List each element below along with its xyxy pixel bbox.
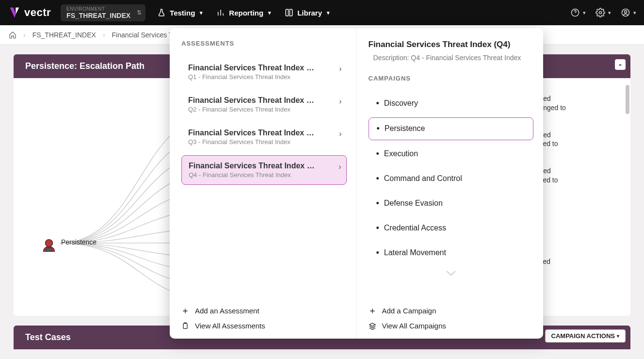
persistence-node-icon[interactable] [40, 236, 58, 256]
view-all-assessments-link[interactable]: View All Assessments [181, 322, 347, 330]
user-menu[interactable]: ▾ [621, 8, 636, 17]
nav-item-library[interactable]: Library ▾ [285, 8, 330, 17]
brand-text: vectr [24, 6, 51, 19]
assessment-detail-title: Financial Services Threat Index (Q4) [369, 40, 534, 49]
assessment-item-q1[interactable]: Financial Services Threat Index (Q… Q1 -… [181, 58, 347, 86]
assessments-column: ASSESSMENTS Financial Services Threat In… [170, 28, 357, 339]
nav-item-testing[interactable]: Testing ▾ [157, 8, 203, 17]
assessment-item-q3[interactable]: Financial Services Threat Index (Q… Q3 -… [181, 123, 347, 151]
gear-icon [596, 8, 605, 17]
svg-rect-6 [183, 323, 187, 328]
user-icon [621, 8, 630, 17]
assessments-campaigns-popover: ASSESSMENTS Financial Services Threat In… [170, 28, 543, 339]
campaign-item-execution[interactable]: Execution [369, 143, 534, 165]
svg-point-1 [599, 12, 602, 14]
breadcrumb-sep: › [23, 31, 26, 39]
breadcrumb-sep: › [103, 31, 105, 39]
plus-icon [181, 307, 189, 315]
assessment-item-q2[interactable]: Financial Services Threat Index (Q… Q2 -… [181, 90, 347, 119]
top-nav: vectr ENVIRONMENT FS_THREAT_INDEX ⇅ Test… [0, 0, 644, 25]
nav-item-reporting[interactable]: Reporting ▾ [216, 8, 271, 17]
svg-point-4 [45, 240, 52, 247]
nav-item-label: Testing [170, 9, 195, 17]
assessment-detail-description: Description: Q4 - Financial Services Thr… [369, 53, 534, 63]
chevron-down-icon: ▾ [633, 10, 636, 16]
chevron-down-icon: ▾ [268, 10, 271, 16]
clipboard-icon [181, 322, 189, 330]
chevron-down-icon: ▾ [200, 10, 203, 16]
campaign-item-persistence[interactable]: Persistence [369, 117, 534, 140]
persistence-node-label: Persistence [61, 238, 97, 246]
caret-down-icon: ▾ [617, 333, 619, 339]
nav-items: Testing ▾ Reporting ▾ Library ▾ [157, 8, 330, 17]
campaign-actions-button[interactable]: CAMPAIGN ACTIONS ▾ [545, 329, 626, 343]
breadcrumb-item[interactable]: FS_THREAT_INDEX [32, 31, 96, 39]
environment-name: FS_THREAT_INDEX [66, 12, 140, 19]
environment-label: ENVIRONMENT [66, 6, 140, 12]
campaigns-actions: Add a Campaign View All Campaigns [369, 299, 534, 330]
help-menu[interactable]: ▾ [570, 8, 586, 17]
brand-logo[interactable]: vectr [8, 6, 51, 19]
nav-item-label: Library [297, 9, 322, 17]
chevron-right-icon: › [339, 97, 341, 106]
flask-icon [157, 8, 166, 17]
view-all-campaigns-link[interactable]: View All Campaigns [369, 322, 534, 330]
nav-item-label: Reporting [229, 9, 263, 17]
collapse-button[interactable]: - [615, 59, 626, 70]
assessments-list: Financial Services Threat Index (Q… Q1 -… [181, 58, 347, 185]
brand-glyph-icon [8, 6, 21, 19]
assessments-actions: Add an Assessment View All Assessments [181, 299, 347, 330]
add-campaign-link[interactable]: Add a Campaign [369, 307, 534, 315]
campaign-item-command-and-control[interactable]: Command and Control [369, 168, 534, 190]
scroll-down-hint-icon[interactable] [369, 270, 534, 278]
layers-icon [369, 322, 376, 330]
environment-selector[interactable]: ENVIRONMENT FS_THREAT_INDEX ⇅ [61, 4, 145, 21]
help-icon [570, 8, 580, 17]
home-icon[interactable] [9, 31, 16, 39]
campaigns-column: Financial Services Threat Index (Q4) Des… [357, 28, 544, 339]
plus-icon [369, 307, 376, 315]
campaign-item-lateral-movement[interactable]: Lateral Movement [369, 242, 534, 264]
campaign-item-discovery[interactable]: Discovery [369, 93, 534, 114]
assessments-heading: ASSESSMENTS [181, 40, 347, 47]
barchart-icon [216, 8, 225, 17]
panel-title: Persistence: Escalation Path [25, 61, 145, 71]
campaigns-list: Discovery Persistence Execution Command … [369, 93, 534, 278]
campaign-item-credential-access[interactable]: Credential Access [369, 217, 534, 239]
settings-menu[interactable]: ▾ [596, 8, 611, 17]
campaigns-heading: CAMPAIGNS [369, 75, 534, 82]
chevron-down-icon: ▾ [327, 10, 330, 16]
add-assessment-link[interactable]: Add an Assessment [181, 307, 347, 315]
svg-rect-5 [46, 248, 51, 252]
updown-icon: ⇅ [137, 9, 142, 16]
chevron-right-icon: › [338, 163, 341, 171]
scrollbar[interactable] [626, 85, 629, 114]
chevron-right-icon: › [339, 130, 341, 138]
chevron-right-icon: › [339, 65, 341, 73]
chevron-down-icon: ▾ [583, 10, 586, 16]
campaign-item-defense-evasion[interactable]: Defense Evasion [369, 193, 534, 214]
nav-right: ▾ ▾ ▾ [570, 8, 636, 17]
testcases-title: Test Cases [25, 332, 71, 342]
chevron-down-icon: ▾ [608, 10, 611, 16]
book-icon [285, 8, 293, 17]
assessment-item-q4[interactable]: Financial Services Threat Index (Q… Q4 -… [181, 155, 347, 185]
svg-point-3 [625, 11, 627, 13]
